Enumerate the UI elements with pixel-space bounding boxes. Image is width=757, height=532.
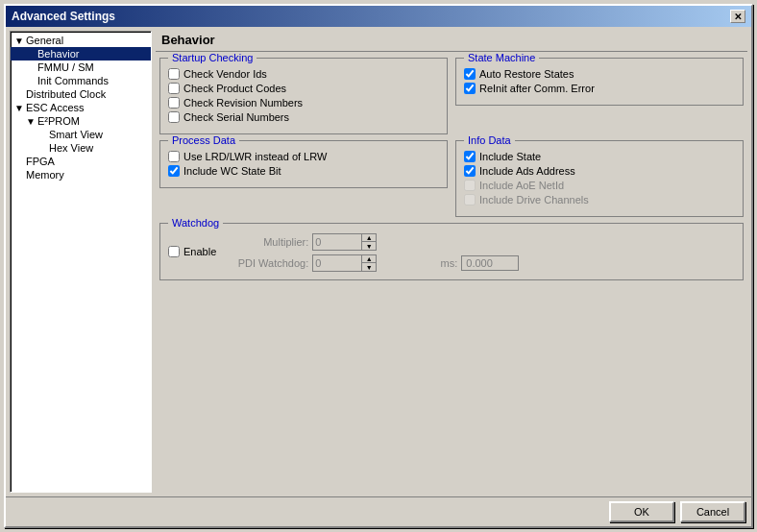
include-wc-state-bit-row: Include WC State Bit <box>168 165 439 177</box>
tree-item-memory[interactable]: Memory <box>11 168 151 181</box>
watchdog-group: Watchdog Enable Multiplier: <box>159 223 744 280</box>
tree-label-behavior: Behavior <box>37 48 79 60</box>
tree-label-fmmu-sm: FMMU / SM <box>37 61 94 73</box>
tree-label-init-commands: Init Commands <box>37 75 109 86</box>
watchdog-legend: Watchdog <box>168 217 223 229</box>
check-revision-numbers-label: Check Revision Numbers <box>183 97 303 109</box>
dialog-body: ▼GeneralBehaviorFMMU / SMInit CommandsDi… <box>6 27 751 496</box>
auto-restore-states-checkbox[interactable] <box>464 68 476 80</box>
process-data-legend: Process Data <box>168 134 239 146</box>
watchdog-enable-label: Enable <box>183 246 216 257</box>
reinit-after-comm-error-label: ReInit after Comm. Error <box>479 83 595 94</box>
multiplier-label: Multiplier: <box>232 236 308 248</box>
include-state-checkbox[interactable] <box>464 151 476 162</box>
include-state-label: Include State <box>479 151 541 162</box>
tree-label-smart-view: Smart View <box>49 129 103 140</box>
include-drive-channels-label: Include Drive Channels <box>479 194 589 206</box>
process-data-items: Use LRD/LWR instead of LRWInclude WC Sta… <box>168 151 439 177</box>
info-data-items: Include StateInclude Ads AddressInclude … <box>464 151 735 206</box>
pdi-watchdog-spin: ▲ ▼ <box>312 254 377 272</box>
title-bar: Advanced Settings ✕ <box>6 6 751 27</box>
info-data-group: Info Data Include StateInclude Ads Addre… <box>455 140 744 217</box>
watchdog-inner: Enable Multiplier: ▲ ▼ <box>168 233 735 272</box>
pdi-watchdog-label: PDI Watchdog: <box>232 257 308 269</box>
state-machine-items: Auto Restore StatesReInit after Comm. Er… <box>464 68 735 94</box>
tree-label-memory: Memory <box>26 169 64 181</box>
tree-label-e2prom: E²PROM <box>37 115 80 127</box>
dialog-title: Advanced Settings <box>12 10 115 23</box>
close-button[interactable]: ✕ <box>730 10 745 23</box>
startup-checking-col: Startup Checking Check Vendor IdsCheck P… <box>159 58 448 134</box>
tree-item-fpga[interactable]: FPGA <box>11 155 151 168</box>
state-machine-legend: State Machine <box>464 52 539 63</box>
check-serial-numbers-checkbox[interactable] <box>168 111 180 123</box>
multiplier-input[interactable] <box>313 235 361 249</box>
reinit-after-comm-error-row: ReInit after Comm. Error <box>464 83 735 94</box>
pdi-watchdog-up-btn[interactable]: ▲ <box>362 255 376 263</box>
tree-item-distributed-clock[interactable]: Distributed Clock <box>11 87 151 101</box>
check-serial-numbers-row: Check Serial Numbers <box>168 111 439 123</box>
left-panel-tree: ▼GeneralBehaviorFMMU / SMInit CommandsDi… <box>10 31 152 493</box>
tree-item-esc-access[interactable]: ▼ESC Access <box>11 101 151 114</box>
include-ads-address-checkbox[interactable] <box>464 165 476 177</box>
tree-label-distributed-clock: Distributed Clock <box>26 88 106 100</box>
check-product-codes-checkbox[interactable] <box>168 83 180 94</box>
check-product-codes-row: Check Product Codes <box>168 83 439 94</box>
info-data-col: Info Data Include StateInclude Ads Addre… <box>455 140 744 217</box>
check-product-codes-label: Check Product Codes <box>183 83 286 94</box>
ms-input[interactable] <box>461 255 519 271</box>
right-panel: Behavior Startup Checking Check Vendor I… <box>156 31 747 493</box>
startup-checking-group: Startup Checking Check Vendor IdsCheck P… <box>159 58 448 134</box>
tree-label-fpga: FPGA <box>26 156 55 167</box>
tree-item-smart-view[interactable]: Smart View <box>11 128 151 141</box>
pdi-watchdog-input[interactable] <box>313 256 361 270</box>
pdi-watchdog-row: PDI Watchdog: ▲ ▼ ms: <box>232 254 519 272</box>
include-wc-state-bit-checkbox[interactable] <box>168 165 180 177</box>
include-ads-address-row: Include Ads Address <box>464 165 735 177</box>
check-vendor-ids-checkbox[interactable] <box>168 68 180 80</box>
process-data-col: Process Data Use LRD/LWR instead of LRWI… <box>159 140 448 217</box>
include-wc-state-bit-label: Include WC State Bit <box>183 165 281 177</box>
tree-expand-esc-access: ▼ <box>14 103 24 113</box>
check-revision-numbers-row: Check Revision Numbers <box>168 97 439 109</box>
cancel-button[interactable]: Cancel <box>680 501 745 522</box>
tree-expand-general: ▼ <box>14 36 24 46</box>
tree-item-e2prom[interactable]: ▼E²PROM <box>11 114 151 128</box>
check-vendor-ids-row: Check Vendor Ids <box>168 68 439 80</box>
check-serial-numbers-label: Check Serial Numbers <box>183 111 289 123</box>
use-lrd-lwr-checkbox[interactable] <box>168 151 180 162</box>
multiplier-up-btn[interactable]: ▲ <box>362 234 376 242</box>
startup-checking-items: Check Vendor IdsCheck Product CodesCheck… <box>168 68 439 123</box>
tree-label-general: General <box>26 35 63 46</box>
process-data-group: Process Data Use LRD/LWR instead of LRWI… <box>159 140 448 188</box>
pdi-watchdog-down-btn[interactable]: ▼ <box>362 263 376 271</box>
include-state-row: Include State <box>464 151 735 162</box>
auto-restore-states-label: Auto Restore States <box>479 68 574 80</box>
watchdog-enable-checkbox[interactable] <box>168 246 180 257</box>
info-data-legend: Info Data <box>464 134 515 146</box>
section-title: Behavior <box>156 31 747 52</box>
auto-restore-states-row: Auto Restore States <box>464 68 735 80</box>
startup-checking-legend: Startup Checking <box>168 52 256 63</box>
dialog-footer: OK Cancel <box>6 496 751 526</box>
reinit-after-comm-error-checkbox[interactable] <box>464 83 476 94</box>
ok-button[interactable]: OK <box>609 501 674 522</box>
tree-item-init-commands[interactable]: Init Commands <box>11 74 151 87</box>
ms-label: ms: <box>380 257 457 269</box>
multiplier-spin: ▲ ▼ <box>312 233 377 251</box>
tree-label-hex-view: Hex View <box>49 142 93 154</box>
watchdog-fields: Multiplier: ▲ ▼ PDI Wat <box>232 233 519 272</box>
multiplier-down-btn[interactable]: ▼ <box>362 242 376 250</box>
tree-item-hex-view[interactable]: Hex View <box>11 141 151 155</box>
tree-item-behavior[interactable]: Behavior <box>11 47 151 60</box>
use-lrd-lwr-label: Use LRD/LWR instead of LRW <box>183 151 327 162</box>
include-aoe-netid-row: Include AoE NetId <box>464 180 735 191</box>
check-revision-numbers-checkbox[interactable] <box>168 97 180 109</box>
include-drive-channels-checkbox <box>464 194 476 206</box>
tree-item-fmmu-sm[interactable]: FMMU / SM <box>11 60 151 74</box>
tree-item-general[interactable]: ▼General <box>11 34 151 47</box>
include-aoe-netid-checkbox <box>464 180 476 191</box>
state-machine-group: State Machine Auto Restore StatesReInit … <box>455 58 744 106</box>
content-area: Startup Checking Check Vendor IdsCheck P… <box>156 56 747 493</box>
include-aoe-netid-label: Include AoE NetId <box>479 180 564 191</box>
